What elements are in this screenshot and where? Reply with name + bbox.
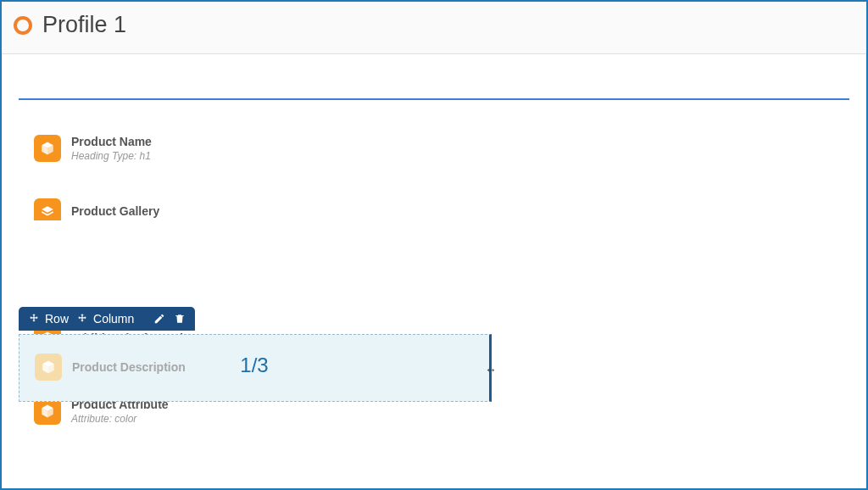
selected-column[interactable]: Product Description 1/3	[19, 334, 492, 402]
page-title: Profile 1	[42, 12, 126, 38]
block-subtitle: Attribute: color	[71, 413, 169, 425]
column-fraction: 1/3	[240, 354, 268, 377]
selection-toolbar: Row Column	[19, 307, 195, 331]
block-product-name[interactable]: Product Name Heading Type: h1	[19, 125, 849, 171]
move-icon	[27, 312, 41, 326]
block-title: Product Description	[72, 360, 186, 374]
edit-button[interactable]	[153, 312, 166, 326]
page-header: Profile 1	[2, 2, 866, 54]
block-text: Product Name Heading Type: h1	[71, 135, 152, 162]
block-title: Product Gallery	[71, 204, 159, 218]
pencil-icon	[153, 312, 166, 326]
column-selector[interactable]: Column	[75, 312, 134, 326]
move-icon	[75, 312, 89, 326]
delete-button[interactable]	[173, 312, 186, 326]
block-title: Product Name	[71, 135, 152, 148]
block-product-gallery[interactable]: Product Gallery	[19, 198, 849, 220]
canvas-top-divider	[19, 98, 849, 100]
app-logo-icon	[14, 16, 32, 35]
layers-icon	[34, 198, 61, 220]
box-icon	[35, 354, 62, 381]
row-label: Row	[45, 312, 69, 326]
resize-handle[interactable]: ↔	[485, 363, 497, 376]
box-icon	[34, 135, 61, 162]
row-selector[interactable]: Row	[27, 312, 69, 326]
block-subtitle: Heading Type: h1	[71, 150, 152, 162]
builder-canvas: Product Name Heading Type: h1 Product Ga…	[2, 54, 866, 434]
column-label: Column	[93, 312, 134, 326]
trash-icon	[173, 312, 186, 326]
